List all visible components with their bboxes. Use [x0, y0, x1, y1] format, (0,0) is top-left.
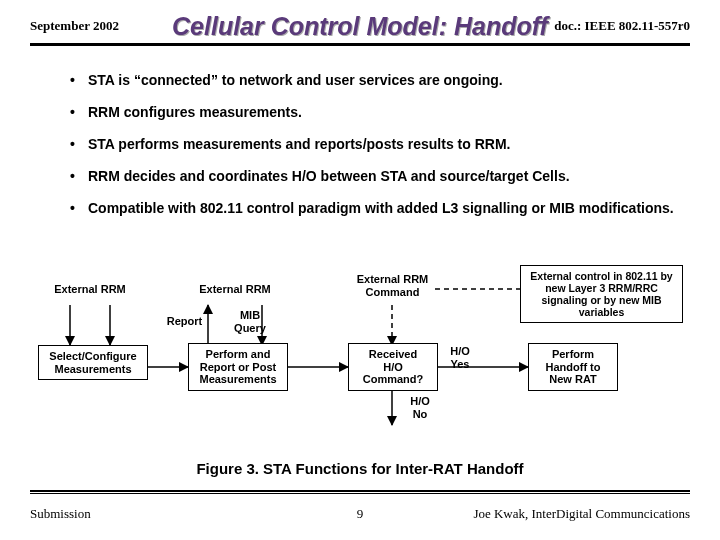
- box-perform: Perform and Report or Post Measurements: [188, 343, 288, 391]
- bullet-item: Compatible with 802.11 control paradigm …: [70, 200, 690, 216]
- label-ho-yes: H/O Yes: [445, 345, 475, 370]
- label-report: Report: [162, 315, 207, 328]
- bullet-item: RRM decides and coordinates H/O between …: [70, 168, 690, 184]
- bullet-item: RRM configures measurements.: [70, 104, 690, 120]
- label-ext-rrm-cmd: External RRM Command: [350, 273, 435, 298]
- footer-rule-bottom: [30, 493, 690, 494]
- bullet-list: STA is “connected” to network and user s…: [30, 72, 690, 232]
- page-title: Cellular Control Model: Handoff: [0, 12, 720, 41]
- footer-rule-top: [30, 490, 690, 492]
- bullet-item: STA performs measurements and reports/po…: [70, 136, 690, 152]
- figure-caption: Figure 3. STA Functions for Inter-RAT Ha…: [0, 460, 720, 477]
- label-mib-query: MIB Query: [230, 309, 270, 334]
- label-ext-rrm-1: External RRM: [45, 283, 135, 296]
- box-select-config: Select/Configure Measurements: [38, 345, 148, 380]
- box-received: Received H/O Command?: [348, 343, 438, 391]
- label-ho-no: H/O No: [405, 395, 435, 420]
- bullet-item: STA is “connected” to network and user s…: [70, 72, 690, 88]
- footer-right: Joe Kwak, InterDigital Communcications: [473, 506, 690, 522]
- label-ext-rrm-2: External RRM: [190, 283, 280, 296]
- box-ext-ctrl: External control in 802.11 by new Layer …: [520, 265, 683, 323]
- diagram: External RRM External RRM External RRM C…: [30, 265, 690, 445]
- title-rule-bottom: [30, 45, 690, 46]
- box-handoff: Perform Handoff to New RAT: [528, 343, 618, 391]
